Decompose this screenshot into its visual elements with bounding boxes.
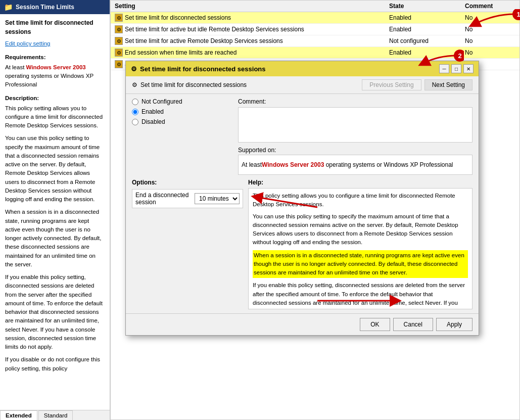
row-comment: No — [465, 49, 515, 56]
col-setting: Setting — [115, 3, 389, 10]
supported-label: Supported on: — [238, 147, 472, 154]
radio-not-configured-label: Not Configured — [141, 98, 182, 105]
requirements-section: Requirements: At least Windows Server 20… — [5, 53, 105, 89]
row-icon: ⚙ — [115, 49, 123, 57]
panel-header: 📁 Session Time Limits — [0, 0, 110, 14]
modal-nav: Previous Setting Next Setting — [362, 79, 472, 90]
help-p1: This policy setting allows you to config… — [253, 192, 468, 209]
table-row[interactable]: ⚙ End session when time limits are reach… — [111, 47, 519, 59]
row-name: ⚙ Set time limit for active but idle Rem… — [115, 25, 389, 33]
modal-title-left: ⚙ Set time limit for disconnected sessio… — [131, 65, 266, 73]
ok-button[interactable]: OK — [360, 318, 390, 331]
table-row[interactable]: ⚙ Set time limit for disconnected sessio… — [111, 12, 519, 24]
radio-enabled[interactable]: Enabled — [132, 108, 233, 115]
help-content: This policy setting allows you to config… — [248, 188, 472, 309]
next-setting-button[interactable]: Next Setting — [424, 79, 472, 90]
options-row: End a disconnected session Never 1 minut… — [132, 189, 243, 208]
requirements-text: At least Windows Server 2003 operating s… — [5, 63, 105, 89]
tab-standard[interactable]: Standard — [38, 410, 73, 420]
col-comment: Comment — [465, 3, 515, 10]
modal-dialog: ⚙ Set time limit for disconnected sessio… — [125, 61, 479, 336]
edit-policy-link[interactable]: Edit policy setting — [5, 40, 51, 46]
radio-group: Not Configured Enabled Disabled — [132, 98, 233, 125]
modal-controls: ─ □ ✕ — [439, 64, 474, 73]
help-title: Help: — [248, 179, 472, 186]
row-state: Enabled — [389, 49, 465, 56]
options-section: Options: End a disconnected session Neve… — [132, 179, 243, 309]
options-help: Options: End a disconnected session Neve… — [126, 179, 479, 313]
row-icon: ⚙ — [115, 60, 123, 68]
minimize-button[interactable]: ─ — [439, 64, 449, 73]
comment-section: Comment: — [238, 98, 472, 143]
desc-p4: If you enable this policy setting, disco… — [5, 273, 105, 351]
radio-disabled[interactable]: Disabled — [132, 118, 233, 125]
help-p2: You can use this policy setting to speci… — [253, 212, 468, 247]
radio-not-configured-input[interactable] — [132, 99, 138, 105]
modal-subtitle: ⚙ Set time limit for disconnected sessio… — [132, 81, 247, 88]
row-setting-text: End session when time limits are reached — [125, 49, 237, 56]
panel-content: Set time limit for disconnected sessions… — [0, 14, 110, 410]
description-title: Description: — [5, 94, 105, 103]
modal-icon: ⚙ — [131, 65, 137, 73]
desc-p3: When a session is in a disconnected stat… — [5, 208, 105, 269]
row-setting-text: Set time limit for active Remote Desktop… — [125, 37, 283, 44]
row-name: ⚙ Set time limit for disconnected sessio… — [115, 14, 389, 22]
section-title-block: Set time limit for disconnected sessions… — [5, 18, 105, 48]
requirements-title: Requirements: — [5, 53, 105, 62]
radio-not-configured[interactable]: Not Configured — [132, 98, 233, 105]
modal-title-text: Set time limit for disconnected sessions — [140, 65, 266, 73]
radio-enabled-label: Enabled — [141, 108, 164, 115]
tab-extended[interactable]: Extended — [0, 410, 37, 420]
tabs-bar: Extended Standard — [0, 410, 110, 420]
radio-disabled-label: Disabled — [141, 118, 165, 125]
table-row[interactable]: ⚙ Set time limit for active but idle Rem… — [111, 24, 519, 35]
row-comment: No — [465, 37, 515, 44]
section-title: Set time limit for disconnected sessions — [5, 18, 105, 36]
row-icon: ⚙ — [115, 14, 123, 22]
comment-textarea[interactable] — [238, 107, 472, 143]
apply-button[interactable]: Apply — [436, 318, 472, 331]
right-panel: Setting State Comment ⚙ Set time limit f… — [110, 0, 520, 420]
row-state: Enabled — [389, 14, 465, 21]
radio-enabled-input[interactable] — [132, 109, 138, 115]
row-state: Enabled — [389, 26, 465, 33]
row-comment: No — [465, 14, 515, 21]
supported-section: Supported on: At least Windows Server 20… — [238, 147, 472, 175]
modal-footer: OK Cancel Apply — [126, 313, 479, 335]
table-row[interactable]: ⚙ Set time limit for active Remote Deskt… — [111, 35, 519, 47]
close-button[interactable]: ✕ — [463, 64, 474, 73]
help-p4: If you enable this policy setting, disco… — [253, 281, 468, 309]
left-panel: 📁 Session Time Limits Set time limit for… — [0, 0, 110, 420]
prev-setting-button[interactable]: Previous Setting — [362, 79, 421, 90]
table-header: Setting State Comment — [111, 1, 519, 12]
options-title: Options: — [132, 179, 243, 186]
panel-title: Session Time Limits — [16, 4, 74, 11]
help-section: Help: This policy setting allows you to … — [248, 179, 472, 309]
row-icon: ⚙ — [115, 25, 123, 33]
modal-left-panel: Not Configured Enabled Disabled — [132, 98, 233, 175]
row-state: Not configured — [389, 37, 465, 44]
folder-icon: 📁 — [4, 3, 13, 11]
modal-right-panel: Comment: Supported on: At least Windows … — [238, 98, 472, 175]
radio-disabled-input[interactable] — [132, 119, 138, 125]
row-name: ⚙ Set time limit for active Remote Deskt… — [115, 37, 389, 45]
row-setting-text: Set time limit for active but idle Remot… — [125, 26, 304, 33]
modal-titlebar: ⚙ Set time limit for disconnected sessio… — [126, 61, 479, 76]
row-setting-text: Set time limit for disconnected sessions — [125, 14, 231, 21]
help-p3: When a session is in a disconnected stat… — [253, 250, 468, 278]
desc-p2: You can use this policy setting to speci… — [5, 134, 105, 204]
modal-body: Not Configured Enabled Disabled Comment: — [126, 94, 479, 179]
session-duration-select[interactable]: Never 1 minute 5 minutes 10 minutes 15 m… — [195, 193, 240, 204]
comment-label: Comment: — [238, 98, 472, 105]
cancel-button[interactable]: Cancel — [393, 318, 433, 331]
row-name: ⚙ End session when time limits are reach… — [115, 49, 389, 57]
options-row-label: End a disconnected session — [135, 192, 191, 206]
desc-p1: This policy setting allows you to config… — [5, 104, 105, 130]
subtitle-text: Set time limit for disconnected sessions — [140, 81, 247, 88]
desc-p5: If you disable or do not configure this … — [5, 355, 105, 373]
row-comment: No — [465, 26, 515, 33]
supported-box: At least Windows Server 2003 operating s… — [238, 155, 472, 175]
supported-highlight: Windows Server 2003 — [262, 161, 324, 168]
col-state: State — [389, 3, 465, 10]
maximize-button[interactable]: □ — [451, 64, 461, 73]
